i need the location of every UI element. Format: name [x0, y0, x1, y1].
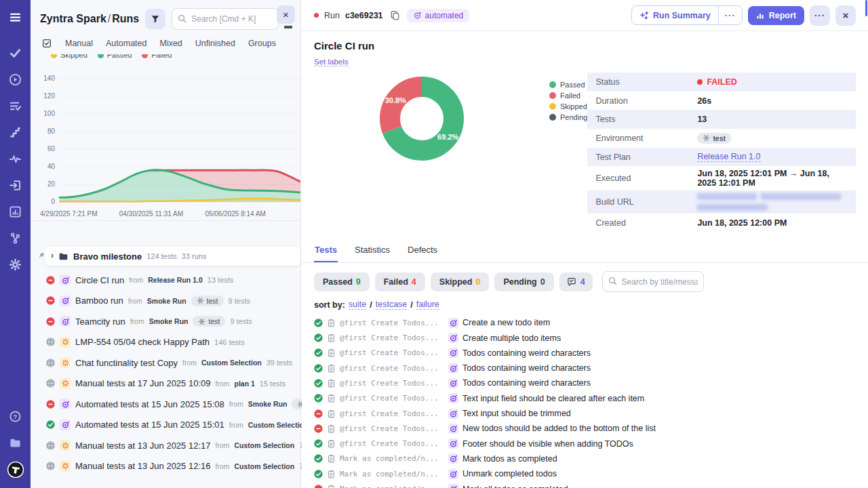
detail-row-environment: Environmenttest — [587, 129, 856, 148]
help-circle-icon[interactable]: ? — [0, 403, 31, 430]
chevron-right-icon[interactable]: › — [51, 251, 54, 260]
breadcrumb-page: Runs — [112, 13, 139, 24]
donut-svg — [374, 71, 469, 166]
test-list-item[interactable]: @first Create Todos...Todos containing w… — [314, 361, 856, 375]
run-list-item[interactable]: Automated tests at 15 Jun 2025 15:08from… — [31, 394, 300, 415]
svg-text:80: 80 — [47, 127, 56, 135]
run-list-item[interactable]: LMP-554 05/04 check Happy Path146 tests — [31, 332, 300, 353]
copy-run-id-button[interactable] — [389, 9, 401, 22]
app-logo[interactable] — [0, 456, 31, 483]
environment-badge: test — [193, 316, 225, 327]
sort-link-failure[interactable]: failure — [416, 300, 439, 310]
test-plan-link[interactable]: Release Run 1.0 — [697, 152, 760, 162]
test-list-item[interactable]: @first Create Todos...Text input should … — [314, 406, 856, 421]
topbar-actions: Run Summary ··· Report ··· × — [631, 5, 856, 26]
run-label: Run — [324, 11, 340, 20]
panel-close-button[interactable]: × — [277, 5, 295, 24]
pulse-activity-icon[interactable] — [0, 146, 31, 172]
filter-button[interactable] — [145, 9, 165, 29]
tests-check-icon[interactable] — [0, 40, 31, 66]
settings-gear-icon[interactable] — [0, 251, 31, 278]
test-list-item[interactable]: Mark as completed/n...Mark todos as comp… — [314, 451, 856, 466]
svg-text:120: 120 — [43, 92, 55, 100]
clipboard-icon — [327, 364, 336, 373]
runs-search-input[interactable] — [172, 8, 279, 30]
neutral-status-icon — [46, 462, 55, 470]
filter-chip-failed[interactable]: Failed4 — [375, 272, 425, 291]
milestone-row[interactable]: › Bravo milestone 124 tests 33 runs — [45, 247, 300, 266]
tab-tests[interactable]: Tests — [314, 241, 338, 262]
run-list-item[interactable]: Teamcity runfromSmoke Runtest9 tests — [31, 311, 300, 332]
run-name: Chat functinality test Copy — [75, 358, 178, 368]
tab-defects[interactable]: Defects — [407, 241, 438, 262]
more-options-button[interactable]: ··· — [810, 5, 830, 26]
run-tests-count: 9 tests — [229, 297, 250, 305]
test-list-item[interactable]: @first Create Todos...Create a new todo … — [314, 315, 856, 330]
test-list-item[interactable]: @first Create Todos...Text input field s… — [314, 391, 856, 406]
filter-chip-skipped[interactable]: Skipped0 — [431, 272, 490, 291]
detail-row-tests: Tests13 — [587, 110, 856, 129]
run-list-item[interactable]: Chat functinality test CopyfromCustom Se… — [31, 352, 300, 373]
passed-status-icon — [46, 420, 55, 429]
clipboard-icon — [327, 348, 336, 357]
test-list-item[interactable]: @first Create Todos...Footer should be v… — [314, 436, 856, 451]
import-arrow-icon[interactable] — [0, 172, 31, 199]
filter-count: 0 — [540, 277, 545, 287]
tab-statistics[interactable]: Statistics — [354, 241, 391, 262]
run-list-item[interactable]: Manual tests at 17 Jun 2025 10:09frompla… — [31, 373, 300, 394]
run-type-tab-manual[interactable]: Manual — [65, 39, 93, 48]
runs-play-icon[interactable] — [0, 66, 31, 93]
test-list-item[interactable]: @first Create Todos...Todos containing w… — [314, 346, 856, 361]
test-title: Text input field should be cleared after… — [462, 394, 644, 403]
sort-link-suite[interactable]: suite — [349, 300, 366, 310]
scrollbar-thumb[interactable] — [865, 0, 867, 16]
test-list-item[interactable]: @first Create Todos...New todos should b… — [314, 421, 856, 436]
run-type-tab-automated[interactable]: Automated — [106, 39, 146, 48]
run-type-tab-mixed[interactable]: Mixed — [159, 39, 182, 48]
runs-list: Circle CI runfromRelease Run 1.013 tests… — [31, 270, 300, 476]
comments-filter-chip[interactable]: 4 — [559, 272, 593, 291]
detail-row-status: StatusFAILED — [587, 73, 856, 92]
sort-by-row: sort by:suite/testcase/failure — [302, 292, 868, 312]
run-summary-main[interactable]: Run Summary — [632, 6, 718, 24]
run-type-tab-groups[interactable]: Groups — [248, 39, 276, 48]
test-list-item[interactable]: Mark as completed/n...Unmark completed t… — [314, 466, 856, 481]
test-suite-name: @first Create Todos... — [340, 424, 444, 433]
close-detail-button[interactable]: × — [835, 5, 856, 26]
tests-search-input[interactable] — [602, 271, 704, 292]
test-list-item[interactable]: @first Create Todos...Todos containing w… — [314, 375, 856, 390]
select-all-clipboard-icon[interactable] — [41, 38, 52, 49]
run-type-tab-unfinished[interactable]: Unfinished — [195, 39, 235, 48]
run-summary-button[interactable]: Run Summary ··· — [631, 5, 743, 25]
test-list-item[interactable]: Mark as completed/n...Mark all todos as … — [314, 481, 856, 488]
filter-chip-passed[interactable]: Passed9 — [314, 272, 370, 291]
projects-folder-icon[interactable] — [0, 430, 31, 456]
test-title: Mark todos as completed — [462, 454, 557, 464]
funnel-icon — [151, 14, 160, 24]
steps-stairs-icon[interactable] — [0, 119, 31, 146]
run-list-item[interactable]: Automated tests at 15 Jun 2025 15:01from… — [31, 415, 300, 436]
set-labels-link[interactable]: Set labels — [314, 58, 349, 66]
branches-git-icon[interactable] — [0, 225, 31, 251]
automated-run-icon — [448, 318, 458, 328]
sort-link-testcase[interactable]: testcase — [376, 300, 408, 310]
report-button[interactable]: Report — [748, 6, 804, 25]
runs-history-chart: SkippedPassedFailed 1401201008060402004/… — [31, 54, 300, 221]
run-list-item[interactable]: Bamboo runfromSmoke Runtest9 tests — [31, 291, 300, 312]
sort-by-label: sort by: — [314, 300, 345, 310]
run-summary-more-button[interactable]: ··· — [719, 6, 742, 24]
reports-bar-chart-icon[interactable] — [0, 199, 31, 225]
donut-legend-passed: Passed — [549, 81, 587, 89]
folder-icon — [58, 251, 68, 262]
test-list-item[interactable]: @first Create Todos...Create multiple to… — [314, 330, 856, 345]
run-list-item[interactable]: Circle CI runfromRelease Run 1.013 tests — [31, 270, 300, 291]
passed-status-icon — [314, 454, 323, 463]
pin-icon[interactable] — [37, 251, 45, 260]
hamburger-menu-icon[interactable] — [0, 4, 31, 30]
failed-status-icon — [46, 400, 55, 409]
filter-chip-pending[interactable]: Pending0 — [494, 272, 553, 291]
breadcrumb-project[interactable]: Zyntra Spark — [40, 13, 106, 24]
run-list-item[interactable]: Manual tests at 13 Jun 2025 12:17fromCus… — [31, 435, 300, 456]
run-list-item[interactable]: Manual tests at 13 Jun 2025 12:16fromCus… — [31, 456, 300, 477]
plans-list-check-icon[interactable] — [0, 93, 31, 119]
